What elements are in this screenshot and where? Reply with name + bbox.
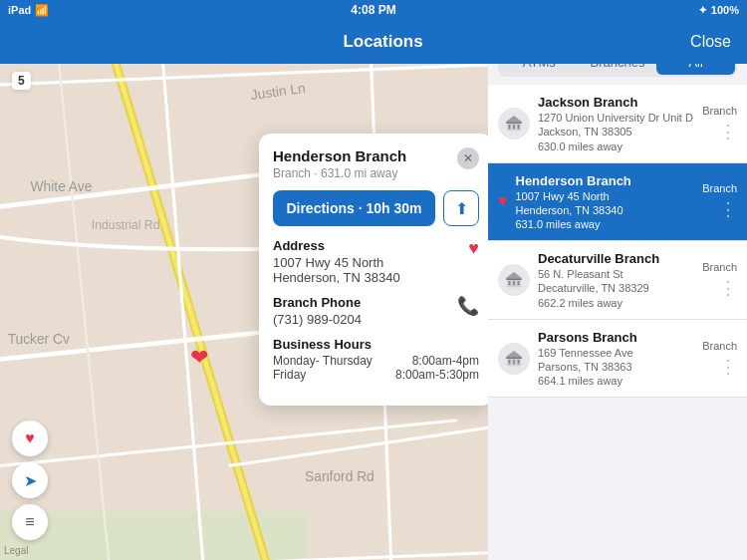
location-type: Branch xyxy=(702,182,737,194)
location-button[interactable]: ➤ xyxy=(12,462,48,498)
list-icon: ≡ xyxy=(25,513,34,531)
address-label: Address xyxy=(273,238,400,253)
location-item[interactable]: Parsons Branch 169 Tennessee AveParsons,… xyxy=(488,320,747,399)
svg-rect-20 xyxy=(513,281,515,286)
location-name: Jackson Branch xyxy=(538,95,702,110)
info-branch-name: Henderson Branch xyxy=(273,147,406,164)
svg-rect-14 xyxy=(513,125,515,129)
svg-marker-24 xyxy=(506,350,522,356)
map-controls: ♥ ➤ ≡ xyxy=(12,420,48,540)
location-address: 1007 Hwy 45 NorthHenderson, TN 38340 xyxy=(516,189,703,218)
location-more-button[interactable]: ⋮ xyxy=(719,121,737,142)
location-list: Jackson Branch 1270 Union University Dr … xyxy=(488,85,747,560)
hours-day: Monday- Thursday xyxy=(273,354,373,368)
location-heart-icon: ♥ xyxy=(498,192,508,210)
svg-marker-18 xyxy=(506,272,522,278)
svg-text:Tucker Cv: Tucker Cv xyxy=(8,332,70,347)
svg-text:White Ave: White Ave xyxy=(31,179,93,194)
location-right: Branch ⋮ xyxy=(702,261,737,299)
location-address: 56 N. Pleasant StDecaturville, TN 38329 xyxy=(538,267,702,296)
branch-icon xyxy=(498,264,530,296)
location-distance: 662.2 miles away xyxy=(538,297,702,309)
list-button[interactable]: ≡ xyxy=(12,504,48,540)
svg-marker-12 xyxy=(506,116,522,122)
svg-rect-19 xyxy=(509,281,511,286)
location-name: Parsons Branch xyxy=(538,330,702,345)
location-distance: 664.1 miles away xyxy=(538,375,702,387)
share-button[interactable]: ⬆ xyxy=(443,190,479,226)
location-info: Henderson Branch 1007 Hwy 45 NorthHender… xyxy=(516,173,703,231)
branch-icon xyxy=(498,343,530,375)
svg-rect-15 xyxy=(518,125,520,129)
location-more-button[interactable]: ⋮ xyxy=(719,277,737,299)
favorite-heart-button[interactable]: ♥ xyxy=(468,238,479,259)
location-more-button[interactable]: ⋮ xyxy=(719,356,737,378)
info-branch-sub: Branch · 631.0 mi away xyxy=(273,166,406,180)
address-line2: Henderson, TN 38340 xyxy=(273,270,400,285)
svg-text:Industrial Rd: Industrial Rd xyxy=(92,218,160,232)
status-bar: iPad 📶 4:08 PM ✦ 100% xyxy=(0,0,747,20)
location-type: Branch xyxy=(702,261,737,273)
location-item[interactable]: Decaturville Branch 56 N. Pleasant StDec… xyxy=(488,241,747,320)
nav-bar: Locations Close xyxy=(0,20,747,64)
location-item[interactable]: ♥ Henderson Branch 1007 Hwy 45 NorthHend… xyxy=(488,163,747,242)
map-attribution: Legal xyxy=(4,545,28,556)
hours-rows: Monday- Thursday8:00am-4pmFriday8:00am-5… xyxy=(273,354,479,382)
svg-rect-11 xyxy=(506,122,522,124)
location-type: Branch xyxy=(702,105,737,117)
location-info: Jackson Branch 1270 Union University Dr … xyxy=(538,95,702,152)
heart-icon: ♥ xyxy=(25,429,35,447)
location-info: Parsons Branch 169 Tennessee AveParsons,… xyxy=(538,330,702,388)
share-icon: ⬆ xyxy=(455,199,468,218)
location-right: Branch ⋮ xyxy=(702,182,737,220)
status-time: 4:08 PM xyxy=(351,3,395,17)
map-pin-henderson[interactable]: ❤ xyxy=(190,345,208,371)
location-right: Branch ⋮ xyxy=(702,105,737,142)
wifi-icon: 📶 xyxy=(35,4,49,17)
location-distance: 631.0 miles away xyxy=(516,218,703,230)
svg-rect-21 xyxy=(518,281,520,286)
status-left: iPad 📶 xyxy=(8,4,49,17)
location-type: Branch xyxy=(702,340,737,352)
phone-value: (731) 989-0204 xyxy=(273,312,362,327)
phone-label: Branch Phone xyxy=(273,295,362,310)
svg-rect-27 xyxy=(518,359,520,364)
address-line1: 1007 Hwy 45 North xyxy=(273,255,400,270)
location-distance: 630.0 miles away xyxy=(538,140,702,152)
status-right: ✦ 100% xyxy=(698,4,739,17)
location-more-button[interactable]: ⋮ xyxy=(719,198,737,220)
location-right: Branch ⋮ xyxy=(702,340,737,378)
map-zoom: 5 xyxy=(12,72,31,90)
svg-rect-23 xyxy=(506,357,522,359)
ipad-label: iPad xyxy=(8,4,31,16)
svg-rect-25 xyxy=(509,359,511,364)
location-name: Decaturville Branch xyxy=(538,251,702,266)
location-name: Henderson Branch xyxy=(516,173,703,188)
battery-label: 100% xyxy=(711,4,739,16)
hours-row: Monday- Thursday8:00am-4pm xyxy=(273,354,479,368)
info-close-button[interactable]: ✕ xyxy=(457,147,479,169)
branch-icon xyxy=(498,108,530,140)
location-address: 169 Tennessee AveParsons, TN 38363 xyxy=(538,346,702,375)
location-item[interactable]: Jackson Branch 1270 Union University Dr … xyxy=(488,85,747,163)
page-title: Locations xyxy=(343,32,422,52)
location-icon: ➤ xyxy=(24,471,37,490)
hours-time: 8:00am-5:30pm xyxy=(395,368,479,382)
favorites-button[interactable]: ♥ xyxy=(12,420,48,456)
directions-button[interactable]: Directions · 10h 30m xyxy=(273,190,435,226)
hours-day: Friday xyxy=(273,368,306,382)
hours-label: Business Hours xyxy=(273,337,479,352)
location-address: 1270 Union University Dr Unit DJackson, … xyxy=(538,111,702,140)
right-panel: 🔍 ATMsBranchesAll Jackson Branch 1270 Un… xyxy=(488,0,747,560)
bluetooth-icon: ✦ xyxy=(698,4,707,17)
info-card: Henderson Branch Branch · 631.0 mi away … xyxy=(259,134,493,406)
hours-time: 8:00am-4pm xyxy=(412,354,479,368)
svg-rect-26 xyxy=(513,359,515,364)
hours-row: Friday8:00am-5:30pm xyxy=(273,368,479,382)
call-button[interactable]: 📞 xyxy=(457,295,479,317)
location-info: Decaturville Branch 56 N. Pleasant StDec… xyxy=(538,251,702,309)
svg-rect-17 xyxy=(506,278,522,280)
svg-rect-13 xyxy=(509,125,511,129)
close-button[interactable]: Close xyxy=(690,33,731,51)
svg-text:Sanford Rd: Sanford Rd xyxy=(305,469,374,484)
